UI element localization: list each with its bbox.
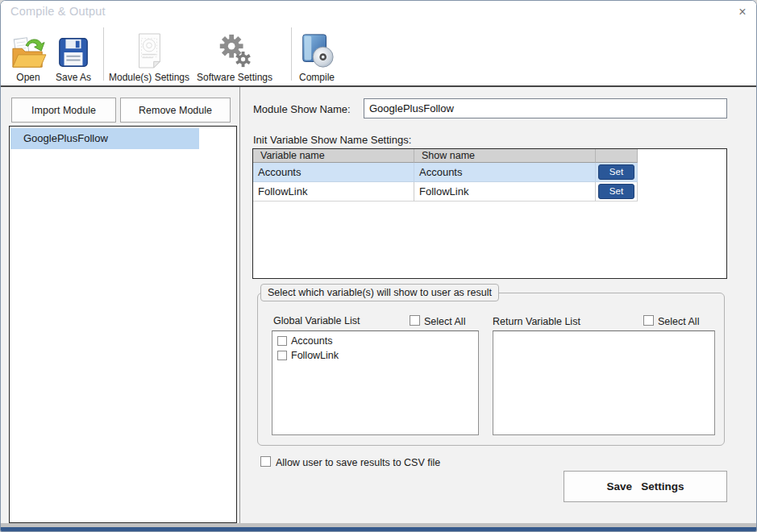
module-list-item-selected[interactable]: GooglePlusFollow <box>10 128 199 149</box>
table-header: Variable name Show name <box>253 149 638 163</box>
open-button[interactable]: Open <box>7 27 49 83</box>
column-header-variable-name: Variable name <box>253 149 414 163</box>
column-header-show-name: Show name <box>414 149 596 163</box>
toolbar: Open Save As <box>1 23 756 87</box>
compile-button[interactable]: Compile <box>296 27 338 83</box>
module-show-name-input[interactable] <box>364 98 727 118</box>
panel-divider <box>239 87 240 523</box>
followlink-checkbox[interactable] <box>277 351 287 360</box>
cell-variable-name: Accounts <box>253 163 414 182</box>
module-settings-label: Module(s) Settings <box>109 72 189 83</box>
global-variable-list[interactable]: Accounts FollowLink <box>272 330 479 435</box>
module-show-name-label: Module Show Name: <box>253 103 351 115</box>
csv-save-label: Allow user to save results to CSV file <box>276 457 440 468</box>
return-select-all-label: Select All <box>658 316 699 327</box>
global-select-all-label: Select All <box>424 316 465 327</box>
module-settings-document-icon <box>132 32 166 69</box>
init-variable-settings-label: Init Variable Show Name Settings: <box>253 134 411 146</box>
cell-show-name: Accounts <box>414 163 596 182</box>
return-variable-list-label: Return Variable List <box>493 316 580 327</box>
cell-action: Set <box>596 163 638 182</box>
floppy-disk-icon <box>56 35 90 69</box>
open-folder-icon <box>10 35 47 69</box>
compile-label: Compile <box>299 72 335 83</box>
csv-save-checkbox[interactable] <box>260 456 271 467</box>
global-select-all-checkbox[interactable] <box>410 315 420 326</box>
software-settings-button[interactable]: Software Settings <box>193 27 276 83</box>
open-label: Open <box>16 72 40 83</box>
toolbar-separator <box>103 27 104 81</box>
compile-output-window: Compile & Output × Open <box>0 0 757 532</box>
save-as-label: Save As <box>56 72 91 83</box>
column-header-action <box>596 149 638 163</box>
global-variable-list-label: Global Variable List <box>273 315 360 326</box>
accounts-checkbox[interactable] <box>277 336 287 346</box>
init-variables-table: Variable name Show name Accounts Account… <box>252 148 727 279</box>
remove-module-button[interactable]: Remove Module <box>120 98 231 123</box>
save-settings-button[interactable]: Save Settings <box>564 471 727 502</box>
module-settings-button[interactable]: Module(s) Settings <box>108 27 190 83</box>
groupbox-title: Select which variable(s) will show to us… <box>260 284 499 301</box>
cell-variable-name: FollowLink <box>253 182 414 202</box>
return-select-all-checkbox[interactable] <box>643 315 654 326</box>
gears-icon <box>216 32 253 69</box>
compile-box-cd-icon <box>298 32 335 69</box>
window-title: Compile & Output <box>10 5 106 18</box>
import-module-button[interactable]: Import Module <box>11 98 116 123</box>
toolbar-separator <box>291 27 292 81</box>
software-settings-label: Software Settings <box>197 72 272 83</box>
cell-action: Set <box>596 182 638 202</box>
return-variable-list[interactable] <box>493 330 715 435</box>
window-bottom-border <box>1 527 756 532</box>
list-item[interactable]: FollowLink <box>277 350 339 361</box>
list-item[interactable]: Accounts <box>277 335 332 347</box>
table-row[interactable]: Accounts Accounts Set <box>253 163 638 182</box>
set-button[interactable]: Set <box>598 184 634 199</box>
save-as-button[interactable]: Save As <box>52 27 94 83</box>
accounts-label: Accounts <box>291 335 332 347</box>
module-list[interactable]: GooglePlusFollow <box>9 126 237 523</box>
followlink-label: FollowLink <box>291 350 339 361</box>
title-bar: Compile & Output × <box>1 1 756 23</box>
set-button[interactable]: Set <box>598 164 634 180</box>
table-row[interactable]: FollowLink FollowLink Set <box>253 182 638 202</box>
close-icon[interactable]: × <box>733 3 752 20</box>
content-area: Import Module Remove Module GooglePlusFo… <box>1 87 756 523</box>
cell-show-name: FollowLink <box>414 182 596 202</box>
